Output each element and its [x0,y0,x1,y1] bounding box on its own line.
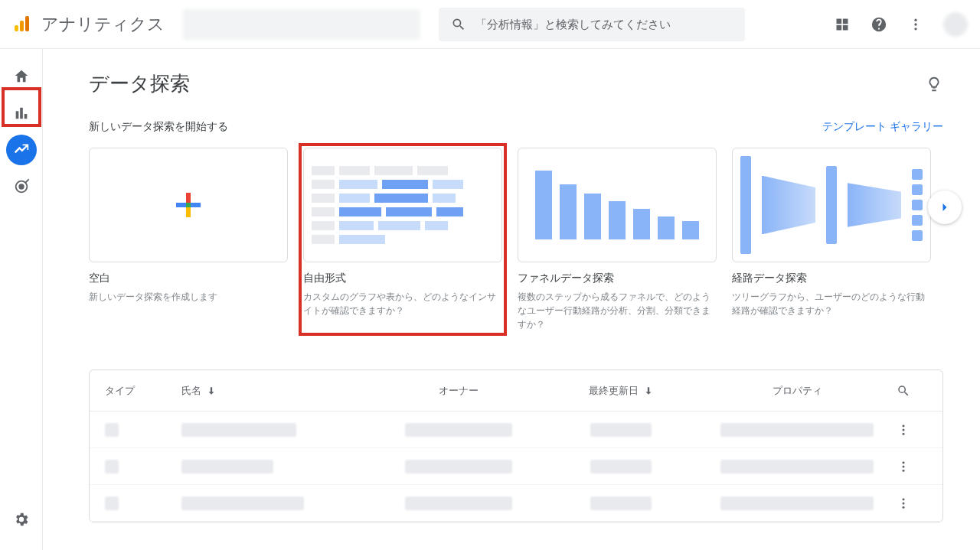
more-vert-icon [897,460,910,474]
svg-point-22 [903,498,905,500]
nav-admin[interactable] [6,504,37,535]
svg-rect-6 [843,24,848,30]
svg-point-18 [903,432,905,434]
card-title: ファネルデータ探索 [518,272,717,285]
nav-advertising[interactable] [6,171,37,202]
card-title: 経路データ探索 [732,272,931,285]
card-desc: 新しいデータ探索を作成します [89,290,288,304]
svg-point-9 [914,28,916,30]
page-title: データ探索 [89,70,925,97]
analytics-logo-icon [12,15,31,34]
svg-rect-5 [837,24,842,30]
chevron-right-icon [937,200,952,215]
svg-point-11 [19,184,24,189]
row-menu-button[interactable] [897,460,927,474]
svg-point-24 [903,506,905,508]
svg-rect-1 [20,21,24,31]
svg-point-21 [903,469,905,471]
row-menu-button[interactable] [897,423,927,437]
account-picker[interactable] [183,9,420,40]
nav-explore[interactable] [6,135,37,165]
card-desc: カスタムのグラフや表から、どのようなインサイトが確認できますか？ [303,290,502,317]
card-title: 空白 [89,272,288,285]
card-desc: ツリーグラフから、ユーザーのどのような行動経路が確認できますか？ [732,290,931,317]
nav-reports[interactable] [6,98,37,129]
side-nav [0,49,43,550]
card-freeform-thumb [303,148,502,262]
col-property[interactable]: プロパティ [697,384,897,398]
card-funnel[interactable]: ファネルデータ探索 複数のステップから成るファネルで、どのようなユーザー行動経路… [518,148,717,331]
table-row[interactable] [90,412,942,448]
svg-rect-0 [15,25,18,31]
svg-point-8 [914,23,916,25]
bar-chart-icon [13,105,30,122]
card-blank-thumb [89,148,288,262]
table-search-button[interactable] [897,384,927,398]
app-header: アナリティクス [0,0,980,49]
more-vert-icon [897,423,910,437]
scroll-next-button[interactable] [928,190,962,224]
home-icon [13,68,30,85]
row-menu-button[interactable] [897,496,927,510]
arrow-down-icon [643,386,654,396]
tips-icon[interactable] [925,75,943,93]
search-input[interactable] [475,18,733,31]
col-owner[interactable]: オーナー [373,384,544,398]
svg-point-17 [903,428,905,431]
help-icon[interactable] [870,15,888,34]
explorations-table: タイプ 氏名 オーナー 最終更新日 プロパティ [89,369,943,522]
gear-icon [13,511,30,528]
product-logo[interactable]: アナリティクス [12,13,165,36]
apps-icon[interactable] [833,15,851,34]
main-content: データ探索 新しいデータ探索を開始する テンプレート ギャラリー [43,49,980,550]
card-path[interactable]: 経路データ探索 ツリーグラフから、ユーザーのどのような行動経路が確認できますか？ [732,148,931,331]
search-icon [451,17,466,32]
svg-point-20 [903,465,905,467]
svg-rect-14 [186,203,191,207]
svg-rect-3 [837,18,842,24]
template-cards: 空白 新しいデータ探索を作成します 自由形式 カスタムのグラフや表か [89,148,943,331]
card-blank[interactable]: 空白 新しいデータ探索を作成します [89,148,288,331]
template-gallery-link[interactable]: テンプレート ギャラリー [822,120,943,134]
card-funnel-thumb [518,148,717,262]
table-header: タイプ 氏名 オーナー 最終更新日 プロパティ [90,370,942,412]
svg-rect-4 [843,18,848,24]
svg-point-23 [903,502,905,504]
header-actions [833,12,968,37]
svg-rect-2 [25,16,29,31]
svg-point-19 [903,461,905,464]
table-row[interactable] [90,448,942,485]
target-icon [13,178,30,195]
svg-rect-15 [186,193,191,203]
card-path-thumb [732,148,931,262]
search-box[interactable] [439,8,745,41]
nav-home[interactable] [6,61,37,92]
explore-icon [14,142,29,158]
more-vert-icon [897,496,910,510]
svg-point-7 [914,18,916,21]
card-title: 自由形式 [303,272,502,285]
card-desc: 複数のステップから成るファネルで、どのようなユーザー行動経路が分析、分割、分類で… [518,290,717,331]
card-freeform[interactable]: 自由形式 カスタムのグラフや表から、どのようなインサイトが確認できますか？ [303,148,502,331]
product-name: アナリティクス [41,13,165,36]
avatar[interactable] [943,12,968,37]
col-type[interactable]: タイプ [105,384,181,398]
col-updated[interactable]: 最終更新日 [544,384,697,398]
search-icon [897,384,910,398]
table-row[interactable] [90,485,942,522]
section-subtitle: 新しいデータ探索を開始する [89,120,822,134]
more-icon[interactable] [906,15,925,34]
plus-icon [173,190,204,220]
svg-point-16 [903,425,905,427]
col-name[interactable]: 氏名 [181,384,373,398]
arrow-down-icon [206,386,217,396]
